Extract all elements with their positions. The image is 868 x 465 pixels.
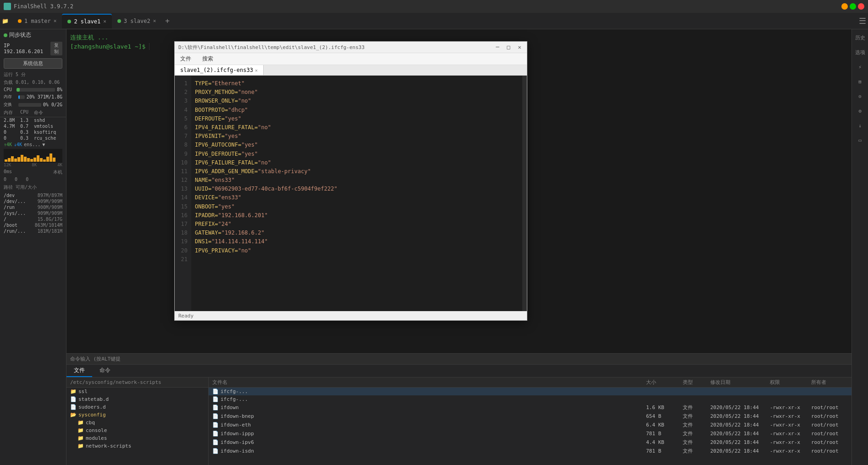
editor-titlebar: D:\软件\Finalshell\finalshell\temp\edit\sl… [175,42,527,53]
tab-files[interactable]: 文件 [66,365,92,377]
code-line-18: GATEWAY="192.168.6.2" [195,229,519,237]
maximize-button[interactable] [850,3,856,10]
file-row-ifdown[interactable]: 📄 ifdown 1.6 KB 文件 2020/05/22 18:44 -rwx… [209,403,851,412]
code-area[interactable]: TYPE="Ethernet" PROXY_METHOD="none" BROW… [191,76,522,311]
editor-menu-file[interactable]: 文件 [178,54,193,64]
code-line-20: IPV6_PRIVACY="no" [195,246,519,255]
tree-item-modules[interactable]: 📁 modules [66,434,208,442]
cursor: █ [149,43,153,50]
lightning-button[interactable]: ⚡ [854,60,867,73]
copy-ip-button[interactable]: 复制 [50,42,62,55]
file-row-ifdown-ippp[interactable]: 📄 ifdown-ippp 781 B 文件 2020/05/22 18:44 … [209,429,851,438]
tab-master[interactable]: 1 master ✕ [12,14,62,28]
disk-row-root: / 15.8G/17G [0,216,66,222]
history-button[interactable]: 历史 [854,31,867,44]
download-button[interactable]: ↓ [854,119,867,132]
code-line-3: BROWSER_ONLY="no" [195,97,519,105]
tab-close-master[interactable]: ✕ [54,18,57,24]
tab-slave1[interactable]: 2 slave1 ✕ [62,14,111,28]
command-input[interactable] [124,356,848,362]
fl-header-perm: 权限 [770,379,811,386]
editor-scrollbar[interactable] [522,76,527,311]
fl-header-owner: 所有者 [811,379,848,386]
tab-close-slave1[interactable]: ✕ [103,18,106,24]
titlebar: FinalShell 3.9.7.2 [0,0,868,13]
proc-row-ksoftirq: 0 0.3 ksoftirq [0,129,66,135]
mem-progress-fill [18,95,20,99]
sys-info-button[interactable]: 系统信息 [4,58,62,69]
cpu-value: 8% [57,87,62,92]
tab-dot-slave1 [67,20,71,23]
panel-tabs: 文件 命令 [66,365,851,377]
proc-row-vmtools: 4.7M 0.7 vmtools [0,123,66,129]
file-icon-statetab: 📄 [70,396,77,402]
proc-header-cmd: 命令 [34,109,62,116]
tree-item-cbq[interactable]: 📁 cbq [66,419,208,427]
tree-item-ssl[interactable]: 📁 ssl [66,388,208,395]
uptime-label: 运行 5 分 [0,71,66,79]
tree-item-console[interactable]: 📁 console [66,427,208,434]
app-icon [4,3,11,10]
latency-vals: 0 0 0 [0,176,66,182]
tree-item-sysconfig[interactable]: 📂 sysconfig [66,411,208,419]
file-tree-path: /etc/sysconfig/network-scripts [66,377,208,388]
folder-icon: 📁 [2,18,9,24]
add-tab-button[interactable]: + [161,16,173,25]
editor-minimize-button[interactable]: ─ [494,44,501,51]
editor-statusbar: Ready [175,311,527,320]
swap-progress-bar [18,103,41,107]
tab-bar-right: ☰ [859,16,866,26]
net-iface: ens... [24,142,40,147]
editor-close-button[interactable]: ✕ [516,44,523,51]
code-line-1: TYPE="Ethernet" [195,79,519,88]
tab-slave2[interactable]: 3 slave2 ✕ [112,14,161,28]
load-avg-label: 负载 0.01, 0.10, 0.06 [0,79,66,86]
file-icon-sudoers: 📄 [70,404,77,410]
file-list-header: 文件名 大小 类型 修改日期 权限 所有者 [209,377,851,388]
code-line-21 [195,255,519,264]
code-line-15: ONBOOT="yes" [195,202,519,211]
file-row-ifdown-bnep[interactable]: 📄 ifdown-bnep 654 B 文件 2020/05/22 18:44 … [209,412,851,421]
latency-row: 0ms 本机 [0,168,66,176]
net-expand-icon[interactable]: ▼ [42,142,45,147]
close-button[interactable] [858,3,864,10]
process-table-header: 内存 CPU 命令 [0,109,66,117]
tree-item-sudoers[interactable]: 📄 sudoers.d [66,403,208,411]
latency-label: 0ms [4,169,12,175]
file-row-ifdown-eth[interactable]: 📄 ifdown-eth 6.4 KB 文件 2020/05/22 18:44 … [209,421,851,429]
tree-item-network-scripts[interactable]: 📁 network-scripts [66,442,208,450]
command-input-bar: 命令输入 (按ALT键提 [66,353,851,364]
cpu-progress-bar [17,88,55,92]
file-row-ifdown-isdn[interactable]: 📄 ifdown-isdn 781 B 文件 2020/05/22 18:44 … [209,447,851,455]
search-button[interactable]: ⊙ [854,90,867,103]
options-button[interactable]: 选项 [854,46,867,59]
file-row-ifcfg1[interactable]: 📄 ifcfg-... [209,388,851,395]
code-line-5: DEFROUTE="yes" [195,115,519,123]
code-line-7: IPV6INIT="yes" [195,132,519,141]
editor-menu-search[interactable]: 搜索 [200,54,215,64]
file-list: 文件名 大小 类型 修改日期 权限 所有者 📄 ifcfg-... [209,377,851,465]
tab-bar: 📁 1 master ✕ 2 slave1 ✕ 3 slave2 ✕ + ☰ [0,13,868,29]
tab-close-slave2[interactable]: ✕ [153,18,156,24]
editor-tab-close[interactable]: ✕ [255,68,258,73]
editor-maximize-button[interactable]: □ [505,44,512,51]
mem-label: 内存 [4,94,17,100]
file-icon-ifdown-bnep: 📄 [212,413,219,419]
code-line-8: IPV6_AUTOCONF="yes" [195,141,519,149]
net-label-4k: 4K [57,163,62,167]
disk-row-run: /run 900M/909M [0,204,66,210]
swap-value: 0% 0/2G [43,102,62,107]
disk-header: 路径 可用/大小 [0,182,66,192]
tab-commands[interactable]: 命令 [92,365,118,377]
window-button[interactable]: ▭ [854,134,867,147]
file-row-ifdown-ipv6[interactable]: 📄 ifdown-ipv6 4.4 KB 文件 2020/05/22 18:44… [209,438,851,447]
settings-button[interactable]: ⚙ [854,104,867,117]
file-row-ifcfg2[interactable]: 📄 ifcfg-... [209,395,851,403]
grid-button[interactable]: ⊞ [854,75,867,88]
minimize-button[interactable] [841,3,848,10]
tree-item-statetab[interactable]: 📄 statetab.d [66,395,208,403]
line-numbers: 12345 678910 1112131415 1617181920 21 [175,76,191,311]
tab-menu-button[interactable]: ☰ [859,16,866,26]
file-icon-ifcfg2: 📄 [212,396,219,402]
editor-tab-main[interactable]: slave1_(2).ifcfg-ens33 ✕ [175,65,264,75]
